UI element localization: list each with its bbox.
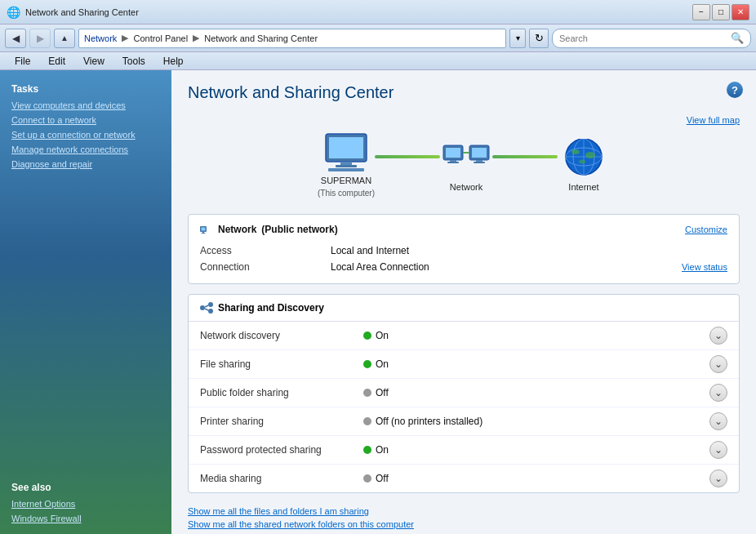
footer-link-0[interactable]: Show me all the files and folders I am s… — [188, 506, 740, 516]
svg-point-26 — [200, 305, 205, 310]
content-area: ? Network and Sharing Center View full m… — [171, 70, 756, 534]
expand-btn-5[interactable]: ⌄ — [709, 469, 727, 487]
sidebar-item-diagnose[interactable]: Diagnose and repair — [0, 157, 171, 171]
menu-help[interactable]: Help — [155, 54, 192, 69]
network-info-title: Network (Public network) — [200, 223, 338, 236]
computer-icon — [320, 131, 372, 172]
access-label: Access — [200, 245, 331, 256]
svg-rect-10 — [472, 148, 487, 158]
view-status-link[interactable]: View status — [682, 262, 727, 272]
network-type: (Public network) — [261, 224, 337, 235]
expand-btn-4[interactable]: ⌄ — [709, 441, 727, 459]
expand-btn-2[interactable]: ⌄ — [709, 384, 727, 402]
title-bar-controls: − □ ✕ — [692, 4, 749, 20]
back-button[interactable]: ◀ — [5, 29, 26, 48]
footer-link-1[interactable]: Show me all the shared network folders o… — [188, 519, 740, 529]
svg-rect-24 — [202, 232, 204, 233]
svg-rect-23 — [202, 228, 206, 231]
sidebar: Tasks View computers and devices Connect… — [0, 70, 171, 534]
sidebar-item-view-computers[interactable]: View computers and devices — [0, 98, 171, 113]
sidebar-item-internet-options[interactable]: Internet Options — [0, 496, 171, 511]
sidebar-item-connect-network[interactable]: Connect to a network — [0, 113, 171, 127]
menu-edit[interactable]: Edit — [40, 54, 73, 69]
sharing-row-5: Media sharing Off ⌄ — [189, 465, 739, 492]
network-title: Network — [218, 224, 256, 235]
computer-sublabel: (This computer) — [318, 189, 375, 198]
svg-point-20 — [585, 152, 595, 158]
minimize-button[interactable]: − — [692, 4, 710, 20]
network-info-header: Network (Public network) Customize — [200, 223, 727, 236]
sharing-title: Sharing and Discovery — [218, 302, 324, 314]
connection-row: Connection Local Area Connection View st… — [200, 259, 727, 275]
expand-btn-1[interactable]: ⌄ — [709, 355, 727, 373]
svg-point-27 — [208, 302, 213, 307]
internet-label: Internet — [568, 182, 598, 192]
search-input[interactable] — [559, 33, 727, 43]
svg-rect-12 — [474, 162, 485, 163]
sharing-value-3: Off (no printers installed) — [363, 416, 709, 427]
network-info-card: Network (Public network) Customize Acces… — [188, 214, 740, 284]
sharing-row-1: File sharing On ⌄ — [189, 350, 739, 379]
network-icon — [440, 138, 492, 179]
svg-point-28 — [208, 309, 213, 314]
breadcrumb-control-panel: Network — [84, 33, 117, 43]
svg-rect-6 — [446, 148, 460, 158]
status-dot-3 — [363, 417, 371, 425]
svg-rect-1 — [329, 137, 363, 158]
refresh-button[interactable]: ↻ — [529, 29, 549, 48]
access-value: Local and Internet — [331, 245, 727, 256]
breadcrumb-part2: Network and Sharing Center — [204, 33, 318, 43]
svg-point-19 — [571, 149, 580, 154]
computer-label: SUPERMAN — [321, 176, 371, 185]
expand-btn-3[interactable]: ⌄ — [709, 412, 727, 430]
window-icon: 🌐 — [7, 6, 20, 19]
diagram-computer: SUPERMAN (This computer) — [318, 131, 375, 198]
sharing-label-1: File sharing — [200, 358, 363, 370]
menu-file[interactable]: File — [7, 54, 38, 69]
sharing-row-2: Public folder sharing Off ⌄ — [189, 379, 739, 407]
sharing-icon — [200, 301, 213, 314]
sharing-label-3: Printer sharing — [200, 416, 363, 427]
sidebar-item-setup-connection[interactable]: Set up a connection or network — [0, 127, 171, 142]
customize-link[interactable]: Customize — [685, 225, 727, 234]
sharing-value-4: On — [363, 444, 709, 456]
sharing-discovery-card: Sharing and Discovery Network discovery … — [188, 294, 740, 493]
help-icon[interactable]: ? — [727, 82, 743, 98]
address-bar: ◀ ▶ ▲ Network ▶ Control Panel ▶ Network … — [0, 24, 756, 52]
search-box[interactable]: 🔍 — [552, 29, 751, 48]
svg-rect-7 — [450, 160, 456, 162]
menu-tools[interactable]: Tools — [114, 54, 153, 69]
forward-button[interactable]: ▶ — [29, 29, 51, 48]
expand-btn-0[interactable]: ⌄ — [709, 327, 727, 345]
diagram-internet: Internet — [558, 138, 610, 192]
sidebar-item-manage-connections[interactable]: Manage network connections — [0, 142, 171, 157]
network-label: Network — [450, 182, 483, 192]
close-button[interactable]: ✕ — [732, 4, 749, 20]
sidebar-item-windows-firewall[interactable]: Windows Firewall — [0, 511, 171, 526]
svg-rect-2 — [340, 162, 352, 165]
sharing-label-2: Public folder sharing — [200, 387, 363, 398]
svg-line-30 — [205, 309, 208, 310]
svg-rect-3 — [336, 165, 357, 167]
sharing-label-0: Network discovery — [200, 330, 363, 341]
sharing-value-2: Off — [363, 387, 709, 398]
status-dot-1 — [363, 360, 371, 368]
up-button[interactable]: ▲ — [54, 29, 75, 48]
connection-label: Connection — [200, 261, 331, 273]
menu-view[interactable]: View — [75, 54, 113, 69]
sharing-row-4: Password protected sharing On ⌄ — [189, 436, 739, 465]
diagram-network: Network — [440, 138, 492, 192]
maximize-button[interactable]: □ — [712, 4, 730, 20]
svg-rect-4 — [328, 168, 364, 171]
menu-bar: File Edit View Tools Help — [0, 52, 756, 70]
svg-rect-8 — [447, 162, 459, 163]
address-dropdown[interactable]: ▾ — [509, 29, 526, 48]
view-full-map-link[interactable]: View full map — [188, 115, 740, 125]
title-bar-left: 🌐 Network and Sharing Center — [7, 6, 139, 19]
connection-value: Local Area Connection — [331, 261, 682, 273]
page-title: Network and Sharing Center — [188, 83, 740, 102]
status-dot-5 — [363, 474, 371, 483]
address-pill[interactable]: Network ▶ Control Panel ▶ Network and Sh… — [78, 29, 506, 48]
title-bar-title: Network and Sharing Center — [25, 7, 139, 17]
search-icon: 🔍 — [731, 32, 744, 44]
